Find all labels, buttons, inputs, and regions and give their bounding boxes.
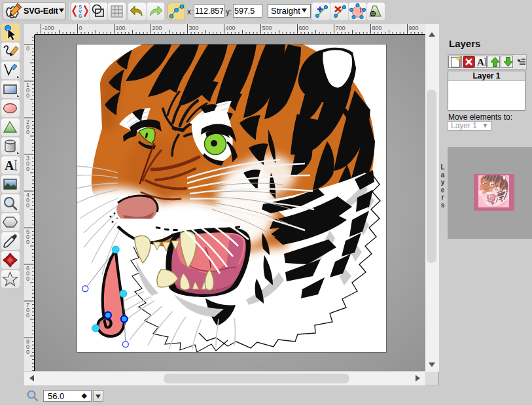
svg-text:0: 0 bbox=[26, 202, 29, 209]
svg-text:S: S bbox=[79, 5, 82, 9]
svg-text:100: 100 bbox=[116, 25, 126, 31]
svg-text:0: 0 bbox=[26, 45, 29, 52]
svg-text:700: 700 bbox=[336, 25, 346, 31]
svg-text:900: 900 bbox=[409, 25, 419, 31]
svg-text:-100: -100 bbox=[43, 25, 54, 31]
svg-text:600: 600 bbox=[299, 25, 309, 31]
svg-text:0: 0 bbox=[26, 349, 29, 355]
svg-text:0: 0 bbox=[26, 92, 29, 99]
svg-text:G: G bbox=[79, 14, 82, 18]
svg-text:0: 0 bbox=[79, 25, 82, 31]
svg-text:A: A bbox=[5, 158, 14, 173]
svg-text:V: V bbox=[79, 9, 82, 14]
svg-text:0: 0 bbox=[26, 166, 29, 172]
svg-text:500: 500 bbox=[262, 25, 272, 31]
svg-text:800: 800 bbox=[372, 25, 382, 31]
svg-text:0: 0 bbox=[26, 239, 29, 245]
svg-text:A: A bbox=[477, 57, 484, 67]
svg-text:0: 0 bbox=[26, 312, 29, 319]
svg-text:0: 0 bbox=[26, 129, 29, 135]
svg-text:400: 400 bbox=[226, 25, 236, 31]
svg-text:0: 0 bbox=[26, 275, 29, 282]
svg-text:200: 200 bbox=[152, 25, 162, 31]
svg-text:300: 300 bbox=[189, 25, 199, 31]
